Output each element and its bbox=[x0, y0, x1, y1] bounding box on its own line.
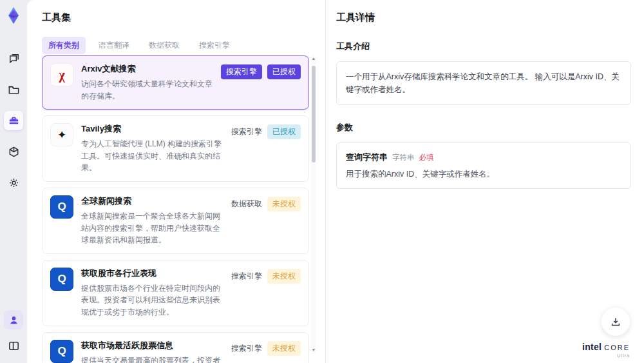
rail-nav bbox=[4, 49, 23, 192]
intro-heading: 工具介绍 bbox=[336, 41, 631, 52]
param-name: 查询字符串 bbox=[346, 152, 388, 163]
tab-data-acquisition[interactable]: 数据获取 bbox=[142, 37, 186, 54]
tool-list: χ Arxiv文献搜索 访问各个研究领域大量科学论文和文章的存储库。 搜索引擎 … bbox=[42, 55, 309, 363]
nav-chat-button[interactable] bbox=[4, 49, 23, 68]
tool-description: 专为人工智能代理 (LLM) 构建的搜索引擎工具。可快速提供实时、准确和真实的结… bbox=[81, 138, 223, 174]
scrollbar-up-arrow[interactable]: ▲ bbox=[311, 55, 316, 62]
intel-wordmark: intel bbox=[582, 342, 601, 351]
intel-core-logo: intel CORE Ultra bbox=[582, 342, 630, 358]
global-news-logo-icon: Q bbox=[50, 195, 73, 219]
tool-description: 访问各个研究领域大量科学论文和文章的存储库。 bbox=[81, 78, 213, 102]
cube-icon bbox=[8, 146, 20, 158]
status-badge: 未授权 bbox=[267, 269, 301, 284]
tool-card-tavily[interactable]: ✦ Tavily搜索 专为人工智能代理 (LLM) 构建的搜索引擎工具。可快速提… bbox=[42, 115, 309, 182]
tool-card-stock-sector[interactable]: Q 获取股市各行业表现 提供股票市场各个行业在特定时间段内的表现。投资者可以利用… bbox=[42, 260, 309, 326]
param-description: 用于搜索的Arxiv ID、关键字或作者姓名。 bbox=[346, 169, 621, 180]
user-icon bbox=[8, 314, 20, 326]
category-label: 搜索引擎 bbox=[231, 269, 262, 284]
intro-box: 一个用于从Arxiv存储库搜索科学论文和文章的工具。 输入可以是Arxiv ID… bbox=[336, 61, 631, 105]
status-badge: 已授权 bbox=[267, 64, 301, 79]
tool-name: 获取市场最活跃股票信息 bbox=[81, 340, 223, 351]
nav-models-button[interactable] bbox=[4, 142, 23, 161]
page-title: 工具集 bbox=[42, 12, 325, 24]
list-scrollbar[interactable]: ▲ ▼ bbox=[311, 55, 316, 353]
tool-name: Tavily搜索 bbox=[81, 123, 223, 135]
tool-card-global-news[interactable]: Q 全球新闻搜索 全球新闻搜索是一个聚合全球各大新闻网站内容的搜索引擎，帮助用户… bbox=[42, 188, 309, 254]
main-content: 工具集 所有类别 语言翻译 数据获取 搜索引擎 χ Arxiv文献搜索 访问各个… bbox=[27, 0, 644, 363]
tool-detail-panel: 工具详情 工具介绍 一个用于从Arxiv存储库搜索科学论文和文章的工具。 输入可… bbox=[325, 0, 644, 363]
user-avatar-button[interactable] bbox=[4, 310, 23, 329]
download-icon bbox=[610, 316, 621, 328]
category-tabs: 所有类别 语言翻译 数据获取 搜索引擎 bbox=[42, 37, 325, 54]
status-badge: 未授权 bbox=[267, 341, 301, 356]
tool-description: 提供当天交易量最高的股票列表，投资者可以利用这些信息来识别流动性强的股票和潜在的… bbox=[81, 355, 223, 363]
category-label: 搜索引擎 bbox=[231, 341, 262, 356]
tool-name: 全球新闻搜索 bbox=[81, 195, 223, 207]
arxiv-logo-icon: χ bbox=[50, 63, 73, 86]
gear-icon bbox=[8, 177, 20, 189]
rail-bottom bbox=[4, 310, 23, 363]
tool-name: 获取股市各行业表现 bbox=[81, 268, 223, 279]
download-button[interactable] bbox=[601, 308, 630, 336]
left-rail bbox=[0, 0, 27, 363]
core-wordmark: CORE bbox=[604, 344, 630, 351]
tab-search-engine[interactable]: 搜索引擎 bbox=[193, 37, 236, 54]
tab-all-categories[interactable]: 所有类别 bbox=[42, 37, 86, 54]
nav-settings-button[interactable] bbox=[4, 173, 23, 192]
app-window: 工具集 所有类别 语言翻译 数据获取 搜索引擎 χ Arxiv文献搜索 访问各个… bbox=[0, 0, 644, 363]
detail-title: 工具详情 bbox=[336, 12, 631, 24]
tab-language-translation[interactable]: 语言翻译 bbox=[92, 37, 136, 54]
scrollbar-down-arrow[interactable]: ▼ bbox=[311, 347, 316, 353]
tool-description: 全球新闻搜索是一个聚合全球各大新闻网站内容的搜索引擎，帮助用户快速获取全球最新资… bbox=[81, 210, 223, 246]
chat-icon bbox=[8, 53, 20, 65]
tool-description: 提供股票市场各个行业在特定时间段内的表现。投资者可以利用这些信息来识别表现优于或… bbox=[81, 282, 223, 319]
tool-card-arxiv[interactable]: χ Arxiv文献搜索 访问各个研究领域大量科学论文和文章的存储库。 搜索引擎 … bbox=[42, 55, 309, 110]
app-logo-icon bbox=[5, 6, 23, 25]
category-label: 搜索引擎 bbox=[231, 124, 262, 139]
panel-toggle-icon bbox=[8, 340, 20, 352]
category-badge: 搜索引擎 bbox=[221, 64, 262, 79]
tool-card-active-stocks[interactable]: Q 获取市场最活跃股票信息 提供当天交易量最高的股票列表，投资者可以利用这些信息… bbox=[42, 332, 309, 363]
param-required-label: 必填 bbox=[419, 153, 434, 162]
params-heading: 参数 bbox=[336, 122, 631, 133]
stock-sector-logo-icon: Q bbox=[50, 268, 73, 291]
param-box: 查询字符串 字符串 必填 用于搜索的Arxiv ID、关键字或作者姓名。 bbox=[336, 142, 631, 189]
nav-files-button[interactable] bbox=[4, 80, 23, 99]
panel-toggle-button[interactable] bbox=[4, 336, 23, 355]
tavily-logo-icon: ✦ bbox=[50, 123, 73, 146]
active-stocks-logo-icon: Q bbox=[50, 340, 73, 363]
tool-name: Arxiv文献搜索 bbox=[81, 63, 213, 75]
param-type: 字符串 bbox=[392, 153, 415, 162]
folder-icon bbox=[8, 84, 20, 96]
ultra-wordmark: Ultra bbox=[582, 353, 630, 358]
nav-tools-button[interactable] bbox=[4, 111, 23, 130]
scrollbar-thumb[interactable] bbox=[312, 66, 316, 162]
category-label: 数据获取 bbox=[231, 197, 262, 211]
toolbox-icon bbox=[8, 115, 20, 127]
status-badge: 未授权 bbox=[267, 197, 301, 211]
tool-list-panel: 工具集 所有类别 语言翻译 数据获取 搜索引擎 χ Arxiv文献搜索 访问各个… bbox=[27, 0, 325, 363]
status-badge: 已授权 bbox=[267, 124, 301, 139]
